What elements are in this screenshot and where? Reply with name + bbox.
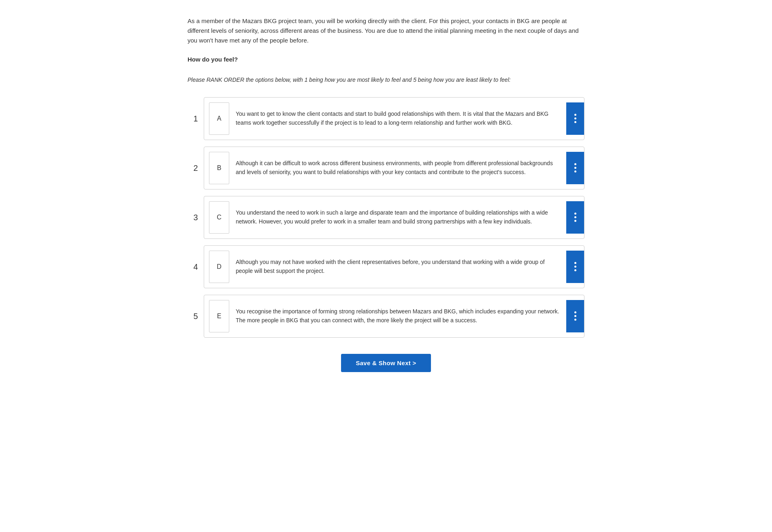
rank-text: Although it can be difficult to work acr… (236, 153, 566, 182)
drag-dot (574, 167, 576, 169)
drag-dot (574, 114, 576, 116)
rank-number: 2 (188, 162, 204, 174)
rank-item: 1 A You want to get to know the client c… (188, 97, 584, 140)
rank-drag-handle[interactable] (566, 251, 584, 283)
rank-item: 4 D Although you may not have worked wit… (188, 245, 584, 288)
rank-item: 3 C You understand the need to work in s… (188, 196, 584, 239)
rank-number: 5 (188, 310, 204, 322)
drag-dot (574, 311, 576, 313)
rank-number: 4 (188, 261, 204, 273)
drag-dot (574, 163, 576, 165)
drag-dot (574, 121, 576, 123)
page-container: As a member of the Mazars BKG project te… (163, 0, 609, 396)
drag-dots-icon (574, 114, 576, 123)
instruction-text: Please RANK ORDER the options below, wit… (188, 76, 584, 84)
drag-dots-icon (574, 262, 576, 271)
drag-dot (574, 262, 576, 264)
rank-item: 2 B Although it can be difficult to work… (188, 147, 584, 189)
drag-dot (574, 319, 576, 321)
drag-dot (574, 170, 576, 172)
rank-letter-box: A (209, 102, 229, 135)
button-row: Save & Show Next > (188, 354, 584, 372)
rank-number: 3 (188, 211, 204, 223)
drag-dots-icon (574, 163, 576, 172)
rank-card: D Although you may not have worked with … (204, 245, 584, 288)
rank-letter-box: D (209, 251, 229, 283)
drag-dot (574, 269, 576, 271)
drag-dot (574, 213, 576, 215)
rank-letter-box: E (209, 300, 229, 332)
question-label: How do you feel? (188, 55, 584, 64)
rank-drag-handle[interactable] (566, 300, 584, 332)
rank-card: B Although it can be difficult to work a… (204, 147, 584, 189)
rank-card: E You recognise the importance of formin… (204, 295, 584, 338)
drag-dots-icon (574, 213, 576, 222)
drag-dot (574, 266, 576, 268)
rank-text: You recognise the importance of forming … (236, 302, 566, 330)
drag-dot (574, 220, 576, 222)
rank-list: 1 A You want to get to know the client c… (188, 97, 584, 338)
rank-text: Although you may not have worked with th… (236, 252, 566, 281)
drag-dots-icon (574, 311, 576, 321)
save-next-button[interactable]: Save & Show Next > (341, 354, 431, 372)
rank-card: A You want to get to know the client con… (204, 97, 584, 140)
rank-drag-handle[interactable] (566, 201, 584, 234)
drag-dot (574, 315, 576, 317)
rank-drag-handle[interactable] (566, 102, 584, 135)
rank-text: You understand the need to work in such … (236, 203, 566, 232)
rank-number: 1 (188, 113, 204, 125)
drag-dot (574, 117, 576, 119)
rank-letter-box: B (209, 152, 229, 184)
rank-drag-handle[interactable] (566, 152, 584, 184)
rank-item: 5 E You recognise the importance of form… (188, 295, 584, 338)
drag-dot (574, 216, 576, 218)
rank-letter-box: C (209, 201, 229, 234)
intro-text: As a member of the Mazars BKG project te… (188, 16, 584, 45)
rank-card: C You understand the need to work in suc… (204, 196, 584, 239)
rank-text: You want to get to know the client conta… (236, 104, 566, 133)
